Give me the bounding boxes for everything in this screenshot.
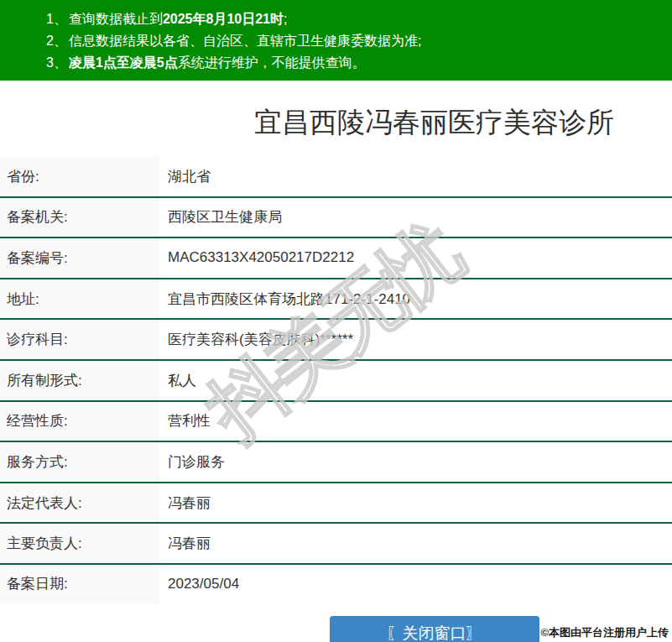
table-row-medical-subjects: 诊疗科目: 医疗美容科(美容皮肤科)****** — [0, 320, 672, 361]
row-label: 法定代表人: — [0, 483, 159, 523]
row-value: 营利性 — [159, 402, 672, 441]
table-row-province: 省份: 湖北省 — [0, 157, 672, 198]
row-label: 诊疗科目: — [0, 320, 159, 359]
row-label: 备案机关: — [0, 198, 159, 237]
row-label: 主要负责人: — [0, 524, 159, 563]
notice-text: 查询数据截止到 — [69, 12, 163, 26]
table-row-filing-authority: 备案机关: 西陵区卫生健康局 — [0, 198, 672, 239]
row-value: 冯春丽 — [159, 524, 672, 563]
table-row-filing-number: 备案编号: MAC63313X42050217D2212 — [0, 238, 672, 279]
notice-line-1: 1、查询数据截止到2025年8月10日21时; — [46, 8, 672, 30]
info-table: 省份: 湖北省 备案机关: 西陵区卫生健康局 备案编号: MAC63313X42… — [0, 157, 672, 603]
notice-number: 3、 — [46, 55, 67, 70]
notice-text: 系统进行维护，不能提供查询。 — [178, 55, 366, 70]
notice-number: 1、 — [46, 12, 67, 26]
notice-bar: 1、查询数据截止到2025年8月10日21时; 2、信息数据结果以各省、自治区、… — [0, 0, 672, 81]
table-row-main-person-in-charge: 主要负责人: 冯春丽 — [0, 524, 672, 565]
row-value: 门诊服务 — [159, 442, 672, 482]
row-value: 冯春丽 — [159, 483, 672, 523]
notice-line-3: 3、凌晨1点至凌晨5点系统进行维护，不能提供查询。 — [46, 52, 672, 74]
row-value: 医疗美容科(美容皮肤科)****** — [159, 320, 672, 359]
table-row-business-nature: 经营性质: 营利性 — [0, 402, 672, 443]
row-value: 西陵区卫生健康局 — [159, 198, 672, 237]
row-label: 地址: — [0, 279, 159, 319]
row-value: 宜昌市西陵区体育场北路171-2-1-2410 — [159, 279, 672, 319]
table-row-ownership: 所有制形式: 私人 — [0, 361, 672, 402]
notice-line-2: 2、信息数据结果以各省、自治区、直辖市卫生健康委数据为准; — [46, 30, 672, 52]
table-row-address: 地址: 宜昌市西陵区体育场北路171-2-1-2410 — [0, 279, 672, 321]
row-label: 省份: — [0, 157, 159, 196]
page-title: 宜昌西陵冯春丽医疗美容诊所 — [0, 106, 672, 139]
notice-text-bold: 凌晨1点至凌晨5点 — [69, 55, 178, 70]
close-window-button[interactable]: 〖关闭窗口〗 — [330, 616, 539, 642]
attribution-text: ©本图由平台注册用户上传 — [540, 625, 669, 640]
page: 1、查询数据截止到2025年8月10日21时; 2、信息数据结果以各省、自治区、… — [0, 0, 672, 642]
row-value: 湖北省 — [159, 157, 672, 196]
table-row-legal-representative: 法定代表人: 冯春丽 — [0, 483, 672, 525]
row-value: 私人 — [159, 361, 672, 400]
row-label: 经营性质: — [0, 402, 159, 441]
notice-text: 信息数据结果以各省、自治区、直辖市卫生健康委数据为准; — [69, 34, 421, 48]
notice-text-bold: 2025年8月10日21时 — [163, 12, 284, 26]
table-row-service-mode: 服务方式: 门诊服务 — [0, 442, 672, 483]
row-label: 备案编号: — [0, 238, 159, 278]
table-row-filing-date: 备案日期: 2023/05/04 — [0, 565, 672, 603]
notice-number: 2、 — [46, 34, 67, 48]
row-label: 备案日期: — [0, 565, 159, 603]
row-label: 服务方式: — [0, 442, 159, 482]
row-value: 2023/05/04 — [159, 565, 672, 603]
row-value: MAC63313X42050217D2212 — [159, 238, 672, 278]
notice-text: ; — [284, 12, 287, 26]
row-label: 所有制形式: — [0, 361, 159, 400]
